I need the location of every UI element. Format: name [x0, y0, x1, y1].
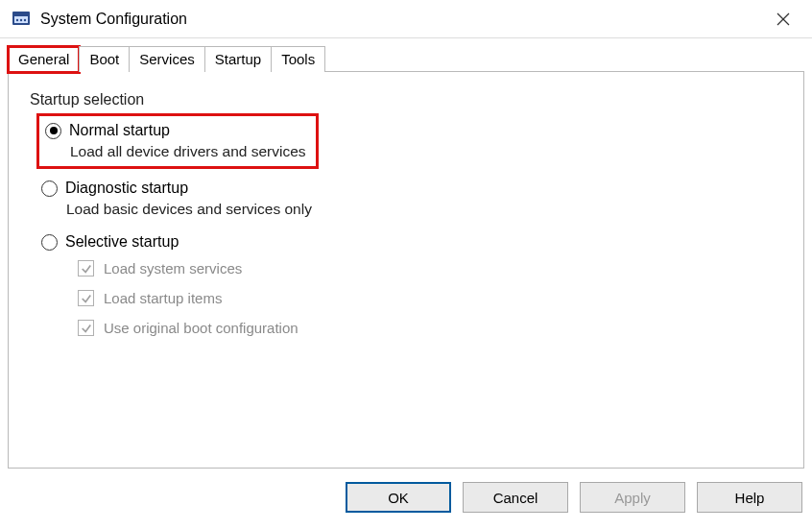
- check-icon: [81, 263, 92, 275]
- highlight-normal-startup: Normal startup Load all device drivers a…: [41, 118, 314, 164]
- svg-rect-2: [14, 13, 28, 16]
- checkbox-row-startup-items: Load startup items: [78, 290, 782, 306]
- svg-point-4: [20, 18, 22, 20]
- checkbox-row-original-boot: Use original boot configuration: [78, 320, 782, 336]
- radio-normal-startup[interactable]: [45, 123, 61, 139]
- option-diagnostic-startup: Diagnostic startup Load basic devices an…: [41, 180, 782, 218]
- titlebar: System Configuration: [0, 0, 812, 38]
- radio-diagnostic-startup[interactable]: [41, 180, 58, 197]
- tab-services[interactable]: Services: [129, 46, 205, 72]
- tab-startup-label: Startup: [215, 51, 261, 67]
- tab-strip: General Boot Services Startup Tools: [0, 38, 812, 72]
- help-button-label: Help: [735, 490, 765, 506]
- app-icon: [12, 10, 31, 29]
- tab-services-label: Services: [139, 51, 195, 67]
- tab-boot[interactable]: Boot: [79, 46, 130, 72]
- tab-general-label: General: [18, 51, 69, 67]
- cancel-button-label: Cancel: [493, 490, 538, 506]
- checkbox-system-services[interactable]: [78, 260, 94, 277]
- check-icon: [81, 293, 92, 304]
- radio-normal-startup-label: Normal startup: [69, 122, 170, 139]
- checkbox-original-boot[interactable]: [78, 320, 94, 336]
- svg-point-3: [16, 18, 18, 20]
- radio-selective-startup-label: Selective startup: [65, 233, 179, 251]
- close-button[interactable]: [762, 0, 804, 38]
- help-button[interactable]: Help: [697, 482, 802, 513]
- tab-boot-label: Boot: [89, 51, 119, 67]
- checkbox-system-services-label: Load system services: [104, 260, 242, 277]
- tab-startup[interactable]: Startup: [204, 46, 272, 72]
- checkbox-original-boot-label: Use original boot configuration: [104, 320, 299, 336]
- apply-button[interactable]: Apply: [580, 482, 685, 513]
- option-selective-startup: Selective startup Load system services L…: [41, 233, 782, 336]
- cancel-button[interactable]: Cancel: [463, 482, 568, 513]
- apply-button-label: Apply: [614, 490, 651, 506]
- radio-selective-startup[interactable]: [41, 234, 58, 251]
- tab-page-general: Startup selection Normal startup Load al…: [8, 72, 804, 469]
- tab-tools-label: Tools: [281, 51, 315, 67]
- ok-button-label: OK: [388, 490, 409, 506]
- checkbox-startup-items-label: Load startup items: [104, 290, 222, 306]
- radio-normal-startup-desc: Load all device drivers and services: [70, 143, 306, 160]
- tab-general[interactable]: General: [8, 46, 80, 73]
- button-row: OK Cancel Apply Help: [0, 469, 812, 513]
- group-title: Startup selection: [30, 91, 782, 108]
- check-icon: [81, 323, 92, 334]
- window-title: System Configuration: [40, 11, 187, 28]
- svg-point-5: [24, 18, 26, 20]
- tab-tools[interactable]: Tools: [271, 46, 325, 72]
- checkbox-row-system-services: Load system services: [78, 260, 782, 277]
- close-icon: [776, 12, 790, 26]
- radio-diagnostic-startup-desc: Load basic devices and services only: [66, 201, 782, 218]
- checkbox-startup-items[interactable]: [78, 290, 94, 306]
- radio-diagnostic-startup-label: Diagnostic startup: [65, 180, 188, 197]
- option-normal-startup: Normal startup Load all device drivers a…: [45, 122, 306, 160]
- ok-button[interactable]: OK: [346, 482, 451, 513]
